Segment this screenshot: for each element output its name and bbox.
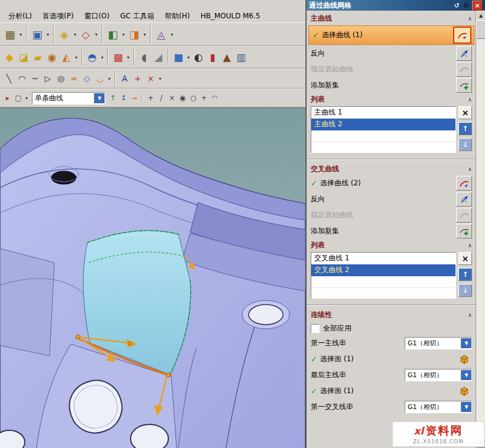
- dropdown-caret-icon[interactable]: ▾: [24, 96, 30, 101]
- combobox-dropdown-icon[interactable]: ▼: [94, 93, 105, 103]
- dropdown-caret-icon[interactable]: ▾: [157, 76, 163, 81]
- dropdown-caret-icon[interactable]: ▾: [99, 55, 105, 60]
- collapse-chevron-icon[interactable]: ∧: [468, 15, 472, 22]
- reset-icon[interactable]: ↺: [452, 1, 461, 10]
- dropdown-caret-icon[interactable]: ▾: [73, 55, 79, 60]
- cylinder-icon[interactable]: ▮: [206, 50, 220, 64]
- analysis-tools-icon[interactable]: ◬: [154, 27, 169, 42]
- first-cross-dropdown[interactable]: G1（相切） ▼: [405, 401, 472, 413]
- primary-reverse-button[interactable]: [456, 46, 472, 61]
- collapse-chevron-icon[interactable]: ∧: [468, 166, 472, 172]
- sketch-icon[interactable]: ◈: [57, 27, 72, 42]
- line-icon[interactable]: ╲: [2, 72, 15, 85]
- block-feature-icon[interactable]: ▰: [31, 50, 45, 64]
- continuity-section-header[interactable]: 连续性 ∧: [307, 307, 476, 321]
- rib-feature-icon[interactable]: ◭: [59, 50, 73, 64]
- select-face-button[interactable]: [456, 384, 472, 398]
- pattern-feature-icon[interactable]: ▩: [111, 50, 125, 64]
- dropdown-arrow-icon[interactable]: ▼: [461, 370, 471, 380]
- remove-item-button[interactable]: ×: [458, 252, 472, 265]
- dropdown-caret-icon[interactable]: ▾: [18, 32, 24, 37]
- selection-grid-icon[interactable]: ▦: [2, 27, 18, 42]
- point-icon[interactable]: +: [131, 72, 144, 85]
- cube-block-icon[interactable]: ■: [171, 50, 185, 64]
- collapse-chevron-icon[interactable]: ∧: [468, 242, 472, 248]
- list-item[interactable]: 主曲线 1: [311, 107, 455, 119]
- primary-select-curve-row[interactable]: ✓ 选择曲线 (1): [308, 25, 474, 45]
- menu-window[interactable]: 窗口(O): [80, 10, 115, 22]
- collapse-chevron-icon[interactable]: ∧: [468, 312, 472, 318]
- menu-analysis[interactable]: 分析(L): [4, 10, 37, 22]
- primary-section-header[interactable]: 主曲线 ∧: [307, 11, 476, 25]
- last-primary-dropdown[interactable]: G1（相切） ▼: [405, 369, 472, 381]
- snap-quadrant-icon[interactable]: +: [198, 93, 209, 103]
- snap-center-icon[interactable]: ◉: [177, 93, 188, 103]
- dropdown-arrow-icon[interactable]: ▼: [461, 402, 471, 412]
- project-curve-icon[interactable]: ◇: [80, 72, 93, 85]
- dropdown-caret-icon[interactable]: ▾: [121, 32, 126, 37]
- chamfer-icon[interactable]: ◢: [151, 50, 165, 64]
- revolve-icon[interactable]: ◪: [17, 50, 31, 64]
- list-item[interactable]: 交叉曲线 1: [311, 253, 455, 264]
- dropdown-caret-icon[interactable]: ▾: [185, 55, 191, 60]
- menu-hb-mould[interactable]: HB_MOULD M6.5: [196, 11, 265, 21]
- bridge-curve-icon[interactable]: ◡: [93, 72, 106, 85]
- select-through-icon[interactable]: ↕: [118, 93, 129, 103]
- dropdown-caret-icon[interactable]: ▾: [142, 32, 148, 37]
- snap-intersection-icon[interactable]: ×: [167, 93, 177, 103]
- extrude-icon[interactable]: ◆: [2, 50, 17, 64]
- dropdown-caret-icon[interactable]: ▾: [45, 32, 51, 37]
- gear-icon[interactable]: ⚙: [461, 1, 471, 10]
- helix-icon[interactable]: ◎: [54, 72, 67, 85]
- cross-curve-list[interactable]: 交叉曲线 1 交叉曲线 2: [311, 252, 456, 299]
- cross-select-curve-button[interactable]: [456, 176, 472, 191]
- collapse-chevron-icon[interactable]: ∧: [468, 96, 472, 103]
- cross-add-set-button[interactable]: [456, 224, 472, 238]
- list-item-selected[interactable]: 主曲线 2: [311, 119, 455, 130]
- primary-add-set-button[interactable]: [456, 78, 472, 93]
- hole-feature-icon[interactable]: ◉: [45, 50, 59, 64]
- view-style-icon[interactable]: ▣: [30, 27, 45, 42]
- dropdown-caret-icon[interactable]: ▾: [169, 32, 175, 37]
- edge-blend-icon[interactable]: ◖: [137, 50, 151, 64]
- select-face-button[interactable]: [456, 352, 472, 367]
- dropdown-caret-icon[interactable]: ▾: [125, 55, 131, 60]
- snap-endpoint-icon[interactable]: /: [156, 93, 167, 103]
- move-down-button[interactable]: ↓: [458, 284, 472, 297]
- text-curve-icon[interactable]: A: [118, 72, 131, 85]
- spline-icon[interactable]: ~: [28, 72, 41, 85]
- primary-select-curve-button[interactable]: [453, 27, 471, 44]
- curve-tools-icon[interactable]: ◧: [105, 27, 121, 42]
- menu-help[interactable]: 帮助(H): [160, 10, 194, 22]
- type-filter-icon[interactable]: ▸: [2, 93, 13, 103]
- cross-reverse-button[interactable]: [456, 192, 472, 207]
- dropdown-caret-icon[interactable]: ▾: [93, 32, 99, 37]
- close-icon[interactable]: ×: [472, 1, 483, 11]
- cross-list-header[interactable]: 列表 ∧: [307, 239, 476, 251]
- snap-tangent-icon[interactable]: ◠: [209, 93, 220, 103]
- primary-curve-list[interactable]: 主曲线 1 主曲线 2: [311, 106, 456, 153]
- snap-priority-icon[interactable]: ↑: [108, 93, 118, 103]
- polyline-icon[interactable]: ▷: [41, 72, 54, 85]
- menu-preferences[interactable]: 首选项(P): [38, 10, 79, 22]
- dialog-title-bar[interactable]: 通过曲线网格 ↺ ⚙ ×: [307, 0, 485, 11]
- snap-point-icon[interactable]: +: [145, 93, 156, 103]
- arc-icon[interactable]: ◠: [15, 72, 28, 85]
- rect-select-icon[interactable]: ▢: [13, 93, 24, 103]
- primary-list-header[interactable]: 列表 ∧: [307, 93, 476, 106]
- dropdown-caret-icon[interactable]: ▾: [106, 76, 112, 81]
- scrollbar-thumb[interactable]: [476, 20, 485, 39]
- cone-icon[interactable]: ▲: [220, 50, 234, 64]
- sphere-icon[interactable]: ◐: [191, 50, 206, 64]
- offset-curve-icon[interactable]: ≈: [67, 72, 80, 85]
- 3d-viewport[interactable]: [0, 107, 305, 448]
- menu-gc-toolbox[interactable]: GC 工具箱: [115, 10, 159, 22]
- trim-curve-icon[interactable]: ×: [144, 72, 157, 85]
- first-primary-dropdown[interactable]: G1（相切） ▼: [405, 337, 472, 349]
- dropdown-arrow-icon[interactable]: ▼: [461, 338, 471, 348]
- next-selection-icon[interactable]: →: [129, 93, 139, 103]
- scroll-up-button[interactable]: ▲: [476, 11, 485, 21]
- move-up-button[interactable]: ↑: [458, 268, 472, 281]
- datum-plane-icon[interactable]: ◇: [78, 27, 93, 42]
- snap-circle-icon[interactable]: ○: [188, 93, 198, 103]
